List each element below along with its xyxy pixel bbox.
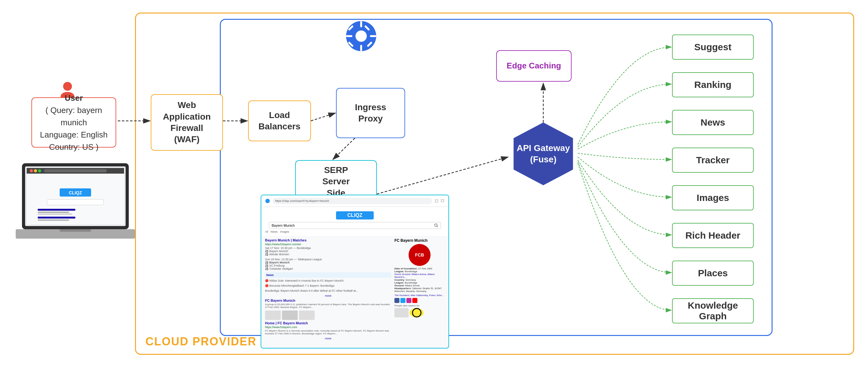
waf-label: WebApplicationFirewall(WAF): [163, 99, 211, 145]
svg-rect-2: [360, 21, 362, 27]
svg-rect-29: [60, 229, 91, 232]
svg-point-17: [34, 169, 37, 173]
knowledge-graph-label: Knowledge Graph: [673, 300, 753, 321]
service-knowledge-graph: Knowledge Graph: [672, 298, 754, 323]
svg-rect-4: [346, 35, 352, 37]
svg-point-31: [435, 224, 437, 226]
node-waf: WebApplicationFirewall(WAF): [151, 94, 223, 151]
serp-logo-area: CLIQZ Bayern Munich All News Images: [261, 207, 448, 236]
suggest-label: Suggest: [694, 42, 732, 53]
svg-point-10: [63, 82, 72, 91]
svg-rect-26: [38, 217, 75, 219]
places-label: Places: [698, 268, 727, 279]
serp-left-results: Bayern Munich | Matches https://www.fcba…: [265, 238, 391, 340]
serp-cliqz-logo: CLIQZ: [336, 211, 374, 219]
service-rich-header: Rich Header: [672, 223, 754, 248]
svg-rect-3: [360, 45, 362, 51]
rich-header-label: Rich Header: [685, 230, 740, 241]
svg-point-18: [38, 169, 41, 173]
svg-line-32: [437, 226, 438, 227]
api-gateway-label: API Gateway(Fuse): [517, 143, 570, 165]
tracker-label: Tracker: [696, 155, 730, 165]
svg-rect-19: [44, 169, 107, 173]
cloud-provider-label: CLOUD PROVIDER: [146, 335, 256, 348]
svg-text:CLIQZ: CLIQZ: [69, 190, 82, 195]
images-label: Images: [696, 192, 729, 203]
ingress-label: IngressProxy: [355, 102, 386, 125]
serp-search-bar: Bayern Munich: [269, 222, 441, 229]
node-ingress: IngressProxy: [336, 88, 405, 138]
node-edge: Edge Caching: [496, 50, 571, 82]
lb-label: LoadBalancers: [258, 110, 301, 132]
svg-rect-24: [38, 212, 69, 213]
laptop: CLIQZ: [16, 160, 135, 245]
svg-rect-22: [47, 199, 104, 205]
svg-point-30: [266, 199, 270, 203]
edge-label: Edge Caching: [506, 61, 561, 71]
service-tracker: Tracker: [672, 148, 754, 173]
user-box: User ( Query: bayern munich Language: En…: [31, 97, 116, 148]
service-news: News: [672, 110, 754, 135]
node-lb: LoadBalancers: [248, 100, 311, 141]
serp-screenshot: https://cliqz.com/search?q=Bayern+Munich…: [261, 195, 449, 348]
service-suggest: Suggest: [672, 34, 754, 60]
ranking-label: Ranking: [694, 80, 732, 90]
service-places: Places: [672, 260, 754, 286]
svg-point-16: [30, 169, 33, 173]
service-ranking: Ranking: [672, 72, 754, 97]
diagram-container: CLOUD PROVIDER Use: [0, 0, 868, 373]
kubernetes-logo: [345, 21, 377, 52]
service-images: Images: [672, 185, 754, 210]
svg-rect-25: [38, 214, 72, 215]
svg-rect-5: [370, 35, 376, 37]
serp-content: Bayern Munich | Matches https://www.fcba…: [261, 236, 448, 343]
serp-right-kg: FC Bayern Munich FCB Date of foundation:…: [395, 238, 445, 340]
user-label: User ( Query: bayern munich Language: En…: [32, 92, 116, 153]
svg-rect-23: [38, 209, 75, 211]
serp-header: https://cliqz.com/search?q=Bayern+Munich: [261, 195, 448, 207]
serp-url-bar: https://cliqz.com/search?q=Bayern+Munich: [273, 198, 432, 204]
svg-point-1: [355, 30, 367, 42]
news-label: News: [701, 117, 725, 128]
svg-rect-27: [38, 219, 69, 221]
